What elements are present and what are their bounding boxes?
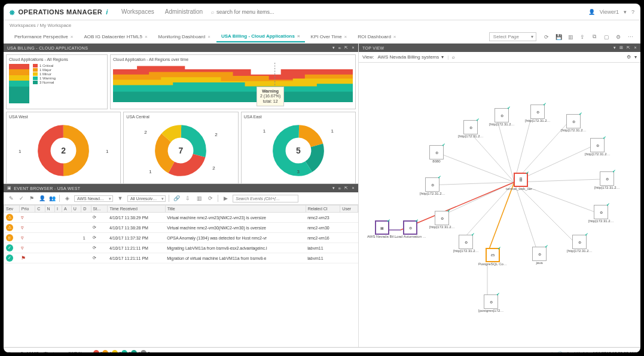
nav-admin[interactable]: Administration (165, 8, 203, 15)
table-row[interactable]: ⚠ ▿ ⟳4/10/17 11:38:29 PMVirtual machine … (4, 213, 358, 223)
node-r10[interactable]: ⚙[http]172.31.2… (429, 211, 455, 229)
col-title[interactable]: Title (165, 205, 306, 213)
node-r3[interactable]: ⚙[http]172.31.2… (525, 105, 551, 122)
col-a[interactable]: A (62, 205, 72, 213)
node-p1[interactable]: ⚙8080 (429, 145, 444, 163)
col-c[interactable]: C (35, 205, 45, 213)
col-user[interactable]: User (340, 205, 358, 213)
node-r7[interactable]: ⚙[http]172.31.2… (588, 205, 614, 223)
breadcrumb-root[interactable]: Workspaces (10, 23, 36, 28)
collapse-icon[interactable]: ▾ (614, 45, 616, 50)
check-icon[interactable]: ✓ (17, 194, 26, 202)
col-st[interactable]: St… (91, 205, 108, 213)
close-icon[interactable]: × (393, 34, 396, 39)
node-aws[interactable]: ▦AWS Nevada Bil… (367, 220, 397, 238)
assign-icon[interactable]: 👥 (48, 194, 56, 202)
funnel-icon[interactable]: ▼ (116, 194, 124, 202)
collapse-icon[interactable]: ▾ (332, 186, 335, 191)
filter-status-dropdown[interactable]: All Unresolv… (127, 195, 166, 202)
save-icon[interactable]: 💾 (554, 33, 563, 41)
export-icon[interactable]: ⇪ (578, 33, 587, 41)
col-u[interactable]: U (71, 205, 81, 213)
col-prio[interactable]: Prio (19, 205, 35, 213)
user-icon[interactable]: 👤 (38, 194, 46, 202)
col-i[interactable]: I (54, 205, 62, 213)
close-icon[interactable]: × (352, 186, 355, 191)
pencil-icon[interactable]: ✎ (7, 194, 16, 202)
close-icon[interactable]: × (634, 45, 637, 50)
filter-icon[interactable]: ⎄ (338, 186, 341, 191)
node-r1[interactable]: ⚙[http]172.31.2… (458, 120, 484, 138)
bar-chart-card[interactable]: Cloud Applications - All Regions 1 Criti… (6, 54, 108, 109)
close-icon[interactable]: × (71, 34, 74, 39)
close-icon[interactable]: × (145, 34, 148, 39)
gear-icon[interactable]: ⚙ (627, 54, 631, 60)
node-load[interactable]: ⚙Load Automation … (395, 220, 426, 238)
link-icon[interactable]: 🔗 (172, 194, 181, 202)
node-db[interactable]: 🗃PostgreSQL Co… (478, 248, 507, 266)
node-r6[interactable]: ⚙[http]172.31.2… (594, 171, 620, 189)
col-rel[interactable]: Related CI (306, 205, 340, 213)
table-row[interactable]: ✓ ⚑ ⟳4/10/17 11:21:11 PMMigration of vir… (4, 253, 358, 263)
table-row[interactable]: !! ▿ 1 ⟳4/10/17 11:37:32 PMOPSA Anomaly … (4, 233, 358, 243)
tab-monitoring[interactable]: Monitoring Dashboard× (154, 32, 215, 42)
col-sev[interactable]: Sev (4, 205, 20, 213)
donut-central[interactable]: USA Central 7 2 2 2 (123, 112, 238, 185)
menu-search-input[interactable] (216, 9, 283, 15)
user-dropdown-icon[interactable]: ▾ (624, 9, 627, 15)
popout-icon[interactable]: ⇱ (344, 186, 348, 191)
chart-icon[interactable]: ▥ (566, 33, 575, 41)
flag-icon[interactable]: ⚑ (28, 194, 36, 202)
tab-kpi[interactable]: KPI Over Time× (306, 32, 352, 42)
col-n[interactable]: N (45, 205, 54, 213)
columns-icon[interactable]: ▥ (195, 194, 203, 202)
popout-icon[interactable]: ⇱ (344, 45, 348, 50)
layout-icon[interactable]: ⊞ (619, 45, 623, 50)
node-java[interactable]: ⚙java (532, 247, 547, 265)
node-r8[interactable]: ⚙[http]172.31.2… (567, 235, 593, 253)
window-icon[interactable]: ▢ (602, 33, 611, 41)
play-icon[interactable]: ▶ (221, 194, 230, 202)
help-icon[interactable]: ? (631, 9, 634, 15)
tab-aob[interactable]: AOB IG Datacenter HTML5× (80, 32, 152, 42)
more-icon[interactable]: ⋯ (626, 33, 634, 41)
topology-canvas[interactable]: 🗄tomcat_web_ser… ▦AWS Nevada Bil… ⚙Load … (359, 63, 640, 347)
table-row[interactable]: ⚠ ▿ ⟳4/10/17 11:38:28 PMVirtual machine … (4, 223, 358, 233)
tab-usa-billing[interactable]: USA Billing - Cloud Applications× (216, 31, 305, 42)
node-center[interactable]: 🗄tomcat_web_ser… (506, 173, 536, 191)
more-icon[interactable]: ▾ (634, 54, 637, 60)
collapse-icon[interactable]: ▾ (332, 45, 335, 50)
tab-roi[interactable]: ROI Dashboard× (353, 32, 401, 42)
donut-east[interactable]: USA East 5 1 1 3 (241, 112, 356, 185)
copy-icon[interactable]: ⧉ (590, 33, 599, 41)
filter-icon[interactable]: ⎄ (338, 45, 341, 50)
col-time[interactable]: Time Received (108, 205, 165, 213)
node-dbchild[interactable]: ⚙[postgres]172… (478, 294, 503, 312)
node-r5[interactable]: ⚙[http]172.31.2… (585, 138, 611, 156)
search-icon[interactable]: ⌕ (452, 54, 455, 60)
node-r9[interactable]: ⚙[http]172.31.2… (453, 235, 479, 253)
event-search-input[interactable] (233, 195, 298, 202)
export-icon[interactable]: ⇩ (184, 194, 192, 202)
gear-icon[interactable]: ⚙ (614, 33, 622, 41)
donut-west[interactable]: USA West 2 1 1 (6, 112, 121, 185)
filter-view-dropdown[interactable]: AWS Nevad… (74, 195, 113, 202)
refresh-icon[interactable]: ⟳ (542, 33, 551, 41)
node-r11[interactable]: ⚙[http]172.31.2… (420, 177, 445, 195)
node-r4[interactable]: ⚙[http]172.31.2… (561, 114, 587, 132)
popout-icon[interactable]: ⇱ (627, 45, 630, 50)
diamond-icon[interactable]: ◈ (63, 194, 71, 202)
node-r2[interactable]: ⚙[http]172.31.2… (489, 108, 515, 126)
area-chart-card[interactable]: Cloud Application - All Regions over tim… (110, 54, 356, 109)
close-icon[interactable]: × (344, 34, 347, 39)
table-row[interactable]: ✓ ▿ ⟳4/10/17 11:21:11 PMMigrating LabVM1… (4, 243, 358, 253)
nav-workspaces[interactable]: Workspaces (121, 8, 154, 15)
view-selector[interactable]: AWS Nevada Billing systems ▾ (377, 54, 444, 60)
close-icon[interactable]: × (352, 45, 355, 50)
user-name[interactable]: Viewer1 (600, 9, 619, 15)
close-icon[interactable]: × (207, 34, 210, 39)
col-d[interactable]: D (81, 205, 91, 213)
tab-performance[interactable]: Performance Perspective× (10, 32, 78, 42)
refresh-icon[interactable]: ⟳ (206, 194, 215, 202)
select-page-dropdown[interactable]: Select Page (489, 32, 536, 41)
